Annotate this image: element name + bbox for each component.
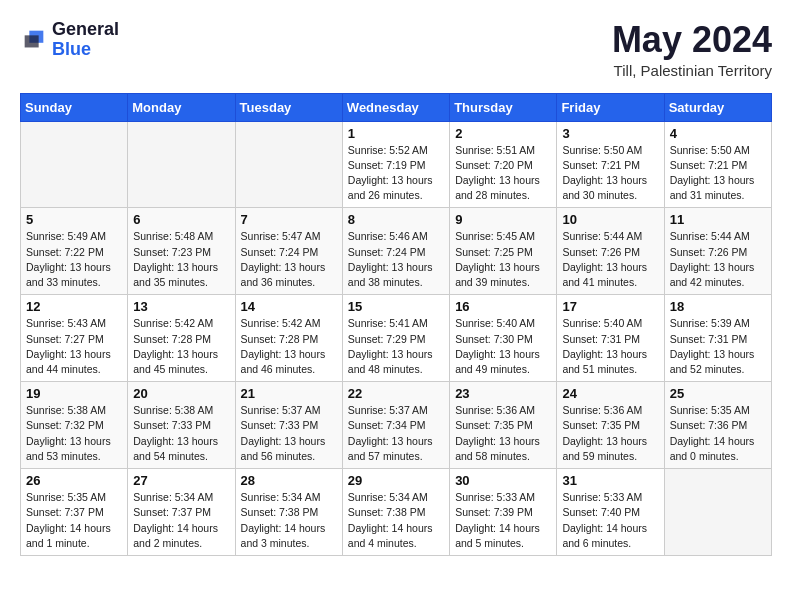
day-info: Sunrise: 5:34 AMSunset: 7:37 PMDaylight:…: [133, 490, 229, 551]
table-row: 12Sunrise: 5:43 AMSunset: 7:27 PMDayligh…: [21, 295, 128, 382]
col-saturday: Saturday: [664, 93, 771, 121]
day-number: 23: [455, 386, 551, 401]
table-row: 15Sunrise: 5:41 AMSunset: 7:29 PMDayligh…: [342, 295, 449, 382]
day-number: 14: [241, 299, 337, 314]
day-number: 15: [348, 299, 444, 314]
day-number: 8: [348, 212, 444, 227]
day-number: 6: [133, 212, 229, 227]
day-info: Sunrise: 5:33 AMSunset: 7:39 PMDaylight:…: [455, 490, 551, 551]
day-number: 10: [562, 212, 658, 227]
table-row: 2Sunrise: 5:51 AMSunset: 7:20 PMDaylight…: [450, 121, 557, 208]
day-info: Sunrise: 5:36 AMSunset: 7:35 PMDaylight:…: [455, 403, 551, 464]
table-row: 11Sunrise: 5:44 AMSunset: 7:26 PMDayligh…: [664, 208, 771, 295]
table-row: 4Sunrise: 5:50 AMSunset: 7:21 PMDaylight…: [664, 121, 771, 208]
table-row: 18Sunrise: 5:39 AMSunset: 7:31 PMDayligh…: [664, 295, 771, 382]
calendar-header-row: Sunday Monday Tuesday Wednesday Thursday…: [21, 93, 772, 121]
day-info: Sunrise: 5:40 AMSunset: 7:30 PMDaylight:…: [455, 316, 551, 377]
day-info: Sunrise: 5:48 AMSunset: 7:23 PMDaylight:…: [133, 229, 229, 290]
day-number: 3: [562, 126, 658, 141]
day-info: Sunrise: 5:33 AMSunset: 7:40 PMDaylight:…: [562, 490, 658, 551]
title-block: May 2024 Till, Palestinian Territory: [612, 20, 772, 79]
table-row: 21Sunrise: 5:37 AMSunset: 7:33 PMDayligh…: [235, 382, 342, 469]
col-thursday: Thursday: [450, 93, 557, 121]
day-number: 26: [26, 473, 122, 488]
table-row: 7Sunrise: 5:47 AMSunset: 7:24 PMDaylight…: [235, 208, 342, 295]
table-row: 5Sunrise: 5:49 AMSunset: 7:22 PMDaylight…: [21, 208, 128, 295]
logo: General Blue: [20, 20, 119, 60]
day-info: Sunrise: 5:43 AMSunset: 7:27 PMDaylight:…: [26, 316, 122, 377]
month-title: May 2024: [612, 20, 772, 60]
day-info: Sunrise: 5:49 AMSunset: 7:22 PMDaylight:…: [26, 229, 122, 290]
day-info: Sunrise: 5:38 AMSunset: 7:32 PMDaylight:…: [26, 403, 122, 464]
table-row: [664, 469, 771, 556]
day-number: 13: [133, 299, 229, 314]
table-row: 10Sunrise: 5:44 AMSunset: 7:26 PMDayligh…: [557, 208, 664, 295]
day-info: Sunrise: 5:50 AMSunset: 7:21 PMDaylight:…: [562, 143, 658, 204]
day-info: Sunrise: 5:50 AMSunset: 7:21 PMDaylight:…: [670, 143, 766, 204]
table-row: 8Sunrise: 5:46 AMSunset: 7:24 PMDaylight…: [342, 208, 449, 295]
page: General Blue May 2024 Till, Palestinian …: [0, 0, 792, 566]
day-info: Sunrise: 5:39 AMSunset: 7:31 PMDaylight:…: [670, 316, 766, 377]
day-info: Sunrise: 5:42 AMSunset: 7:28 PMDaylight:…: [241, 316, 337, 377]
table-row: 20Sunrise: 5:38 AMSunset: 7:33 PMDayligh…: [128, 382, 235, 469]
day-info: Sunrise: 5:46 AMSunset: 7:24 PMDaylight:…: [348, 229, 444, 290]
logo-text: General Blue: [52, 20, 119, 60]
table-row: 19Sunrise: 5:38 AMSunset: 7:32 PMDayligh…: [21, 382, 128, 469]
day-info: Sunrise: 5:38 AMSunset: 7:33 PMDaylight:…: [133, 403, 229, 464]
table-row: [128, 121, 235, 208]
day-info: Sunrise: 5:44 AMSunset: 7:26 PMDaylight:…: [562, 229, 658, 290]
day-number: 25: [670, 386, 766, 401]
table-row: 16Sunrise: 5:40 AMSunset: 7:30 PMDayligh…: [450, 295, 557, 382]
col-monday: Monday: [128, 93, 235, 121]
table-row: 26Sunrise: 5:35 AMSunset: 7:37 PMDayligh…: [21, 469, 128, 556]
table-row: 22Sunrise: 5:37 AMSunset: 7:34 PMDayligh…: [342, 382, 449, 469]
day-info: Sunrise: 5:44 AMSunset: 7:26 PMDaylight:…: [670, 229, 766, 290]
day-info: Sunrise: 5:52 AMSunset: 7:19 PMDaylight:…: [348, 143, 444, 204]
day-number: 16: [455, 299, 551, 314]
day-number: 29: [348, 473, 444, 488]
day-number: 12: [26, 299, 122, 314]
table-row: [21, 121, 128, 208]
table-row: 6Sunrise: 5:48 AMSunset: 7:23 PMDaylight…: [128, 208, 235, 295]
calendar-week-row: 12Sunrise: 5:43 AMSunset: 7:27 PMDayligh…: [21, 295, 772, 382]
logo-blue-text: Blue: [52, 40, 119, 60]
day-number: 22: [348, 386, 444, 401]
day-number: 30: [455, 473, 551, 488]
table-row: 25Sunrise: 5:35 AMSunset: 7:36 PMDayligh…: [664, 382, 771, 469]
table-row: 14Sunrise: 5:42 AMSunset: 7:28 PMDayligh…: [235, 295, 342, 382]
day-number: 18: [670, 299, 766, 314]
day-info: Sunrise: 5:41 AMSunset: 7:29 PMDaylight:…: [348, 316, 444, 377]
table-row: 30Sunrise: 5:33 AMSunset: 7:39 PMDayligh…: [450, 469, 557, 556]
day-number: 9: [455, 212, 551, 227]
day-number: 24: [562, 386, 658, 401]
day-number: 7: [241, 212, 337, 227]
day-number: 19: [26, 386, 122, 401]
table-row: 17Sunrise: 5:40 AMSunset: 7:31 PMDayligh…: [557, 295, 664, 382]
day-info: Sunrise: 5:36 AMSunset: 7:35 PMDaylight:…: [562, 403, 658, 464]
day-number: 1: [348, 126, 444, 141]
day-number: 20: [133, 386, 229, 401]
calendar-week-row: 26Sunrise: 5:35 AMSunset: 7:37 PMDayligh…: [21, 469, 772, 556]
logo-icon: [20, 26, 48, 54]
day-info: Sunrise: 5:40 AMSunset: 7:31 PMDaylight:…: [562, 316, 658, 377]
table-row: 27Sunrise: 5:34 AMSunset: 7:37 PMDayligh…: [128, 469, 235, 556]
calendar-table: Sunday Monday Tuesday Wednesday Thursday…: [20, 93, 772, 556]
table-row: 23Sunrise: 5:36 AMSunset: 7:35 PMDayligh…: [450, 382, 557, 469]
table-row: 3Sunrise: 5:50 AMSunset: 7:21 PMDaylight…: [557, 121, 664, 208]
location: Till, Palestinian Territory: [612, 62, 772, 79]
table-row: 13Sunrise: 5:42 AMSunset: 7:28 PMDayligh…: [128, 295, 235, 382]
svg-marker-1: [25, 35, 39, 47]
table-row: 1Sunrise: 5:52 AMSunset: 7:19 PMDaylight…: [342, 121, 449, 208]
day-info: Sunrise: 5:51 AMSunset: 7:20 PMDaylight:…: [455, 143, 551, 204]
day-info: Sunrise: 5:47 AMSunset: 7:24 PMDaylight:…: [241, 229, 337, 290]
calendar-week-row: 5Sunrise: 5:49 AMSunset: 7:22 PMDaylight…: [21, 208, 772, 295]
header: General Blue May 2024 Till, Palestinian …: [20, 20, 772, 79]
day-info: Sunrise: 5:34 AMSunset: 7:38 PMDaylight:…: [348, 490, 444, 551]
col-tuesday: Tuesday: [235, 93, 342, 121]
day-info: Sunrise: 5:34 AMSunset: 7:38 PMDaylight:…: [241, 490, 337, 551]
day-number: 31: [562, 473, 658, 488]
table-row: 28Sunrise: 5:34 AMSunset: 7:38 PMDayligh…: [235, 469, 342, 556]
table-row: 9Sunrise: 5:45 AMSunset: 7:25 PMDaylight…: [450, 208, 557, 295]
day-info: Sunrise: 5:37 AMSunset: 7:34 PMDaylight:…: [348, 403, 444, 464]
day-number: 11: [670, 212, 766, 227]
